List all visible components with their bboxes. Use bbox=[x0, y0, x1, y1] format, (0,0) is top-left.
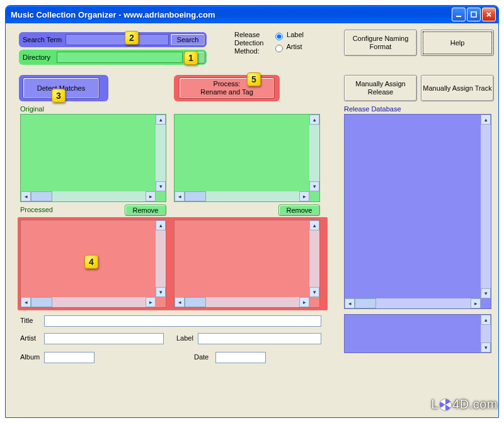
scroll-track[interactable] bbox=[52, 191, 146, 201]
scroll-right-icon[interactable]: ▸ bbox=[299, 297, 309, 307]
scroll-track[interactable] bbox=[52, 297, 146, 307]
scrollbar-horizontal[interactable]: ◂ ▸ bbox=[175, 191, 309, 201]
scroll-down-icon[interactable]: ▾ bbox=[481, 288, 491, 298]
date-label: Date bbox=[194, 353, 209, 361]
scroll-left-icon[interactable]: ◂ bbox=[175, 297, 185, 307]
scroll-track[interactable] bbox=[309, 230, 319, 287]
original-list-right[interactable]: ▴ ▾ ◂ ▸ bbox=[174, 114, 320, 202]
scrollbar-horizontal[interactable]: ◂ ▸ bbox=[345, 298, 481, 308]
label-input[interactable] bbox=[198, 333, 321, 344]
scroll-track[interactable] bbox=[206, 191, 299, 201]
scroll-down-icon[interactable]: ▾ bbox=[309, 181, 319, 191]
scroll-right-icon[interactable]: ▸ bbox=[299, 191, 309, 201]
scroll-down-icon[interactable]: ▾ bbox=[309, 287, 319, 297]
detection-option-label: Label bbox=[287, 31, 304, 38]
help-button[interactable]: Help bbox=[421, 30, 494, 56]
original-label: Original bbox=[20, 105, 44, 113]
date-input[interactable] bbox=[215, 352, 266, 363]
release-db-list[interactable]: ▴ ▾ ◂ ▸ bbox=[344, 114, 491, 309]
release-db-label: Release Database bbox=[344, 105, 401, 113]
minimize-button[interactable] bbox=[452, 8, 466, 21]
watermark: L 4D.com bbox=[431, 397, 498, 412]
scroll-down-icon[interactable]: ▾ bbox=[156, 287, 166, 297]
maximize-button[interactable] bbox=[467, 8, 481, 21]
manual-track-button[interactable]: Manually Assign Track bbox=[421, 75, 494, 101]
watermark-prefix: L bbox=[431, 397, 438, 412]
scrollbar-horizontal[interactable]: ◂ ▸ bbox=[175, 297, 309, 307]
client-area: Search Term Search Directory ... Release… bbox=[8, 23, 496, 415]
scroll-track[interactable] bbox=[156, 125, 166, 181]
directory-row: Directory ... bbox=[19, 50, 207, 65]
scrollbar-vertical[interactable]: ▴ ▾ bbox=[309, 220, 319, 297]
app-window: Music Collection Organizer - www.adrianb… bbox=[5, 5, 499, 418]
scroll-right-icon[interactable]: ▸ bbox=[146, 297, 156, 307]
process-line1: Process: bbox=[214, 80, 241, 88]
watermark-suffix: 4D.com bbox=[452, 397, 498, 412]
scroll-right-icon[interactable]: ▸ bbox=[146, 191, 156, 201]
scroll-thumb[interactable] bbox=[31, 297, 52, 307]
artist-input[interactable] bbox=[44, 333, 164, 344]
scroll-up-icon[interactable]: ▴ bbox=[309, 115, 319, 125]
detection-label-1: Release bbox=[234, 31, 270, 39]
detection-radio-label[interactable] bbox=[275, 33, 283, 40]
search-input[interactable] bbox=[66, 34, 169, 45]
window-title: Music Collection Organizer - www.adrianb… bbox=[11, 10, 452, 20]
detection-option-artist: Artist bbox=[286, 43, 302, 50]
original-list-left[interactable]: ▴ ▾ ◂ ▸ bbox=[20, 114, 166, 202]
scrollbar-vertical[interactable]: ▴ ▾ bbox=[481, 115, 491, 298]
directory-label: Directory bbox=[23, 54, 50, 61]
scroll-track[interactable] bbox=[309, 125, 319, 181]
title-input[interactable] bbox=[44, 315, 321, 327]
directory-input[interactable] bbox=[57, 52, 183, 63]
scroll-track[interactable] bbox=[156, 230, 166, 287]
scroll-left-icon[interactable]: ◂ bbox=[175, 191, 185, 201]
album-label: Album bbox=[20, 353, 40, 361]
titlebar[interactable]: Music Collection Organizer - www.adrianb… bbox=[6, 6, 498, 23]
processed-list-right[interactable]: ▴ ▾ ◂ ▸ bbox=[174, 220, 320, 308]
album-input[interactable] bbox=[44, 352, 94, 363]
scroll-thumb[interactable] bbox=[185, 191, 206, 201]
scroll-right-icon[interactable]: ▸ bbox=[471, 298, 481, 308]
search-button[interactable]: Search bbox=[170, 33, 205, 46]
scroll-thumb[interactable] bbox=[185, 297, 206, 307]
step-badge-5: 5 bbox=[247, 72, 261, 86]
scroll-left-icon[interactable]: ◂ bbox=[21, 191, 31, 201]
configure-naming-button[interactable]: Configure Naming Format bbox=[344, 30, 417, 56]
scroll-left-icon[interactable]: ◂ bbox=[345, 298, 355, 308]
title-label: Title bbox=[20, 317, 33, 324]
scroll-up-icon[interactable]: ▴ bbox=[481, 115, 491, 125]
scroll-track[interactable] bbox=[481, 325, 491, 342]
scrollbar-horizontal[interactable]: ◂ ▸ bbox=[21, 191, 156, 201]
search-row: Search Term Search bbox=[19, 32, 207, 47]
scroll-up-icon[interactable]: ▴ bbox=[481, 315, 491, 325]
manual-release-button[interactable]: Manually Assign Release bbox=[344, 75, 417, 101]
scroll-track[interactable] bbox=[376, 298, 471, 308]
detection-label-3: Method: bbox=[234, 47, 270, 55]
scroll-down-icon[interactable]: ▾ bbox=[481, 342, 491, 352]
scroll-track[interactable] bbox=[481, 125, 491, 288]
detection-radio-artist[interactable] bbox=[275, 45, 283, 52]
remove-button-right[interactable]: Remove bbox=[278, 205, 320, 216]
scroll-thumb[interactable] bbox=[355, 298, 376, 308]
scrollbar-vertical[interactable]: ▴ ▾ bbox=[156, 115, 166, 191]
scroll-up-icon[interactable]: ▴ bbox=[309, 220, 319, 230]
close-button[interactable] bbox=[482, 8, 496, 21]
svg-rect-0 bbox=[456, 16, 461, 17]
remove-button-left[interactable]: Remove bbox=[125, 205, 166, 216]
release-db-detail[interactable]: ▴ ▾ bbox=[344, 314, 491, 353]
scroll-up-icon[interactable]: ▴ bbox=[156, 220, 166, 230]
watermark-globe-icon bbox=[440, 399, 451, 410]
svg-rect-1 bbox=[471, 12, 476, 17]
scrollbar-horizontal[interactable]: ◂ ▸ bbox=[21, 297, 156, 307]
scrollbar-vertical[interactable]: ▴ ▾ bbox=[309, 115, 319, 191]
step-badge-4: 4 bbox=[84, 255, 98, 269]
scroll-track[interactable] bbox=[206, 297, 299, 307]
scrollbar-vertical[interactable]: ▴ ▾ bbox=[156, 220, 166, 297]
detection-group: Release Detection Method: Label Artist bbox=[234, 31, 335, 55]
processed-label: Processed bbox=[20, 206, 53, 213]
scroll-thumb[interactable] bbox=[31, 191, 52, 201]
scrollbar-vertical[interactable]: ▴ ▾ bbox=[481, 315, 491, 352]
scroll-up-icon[interactable]: ▴ bbox=[156, 115, 166, 125]
scroll-left-icon[interactable]: ◂ bbox=[21, 297, 31, 307]
scroll-down-icon[interactable]: ▾ bbox=[156, 181, 166, 191]
